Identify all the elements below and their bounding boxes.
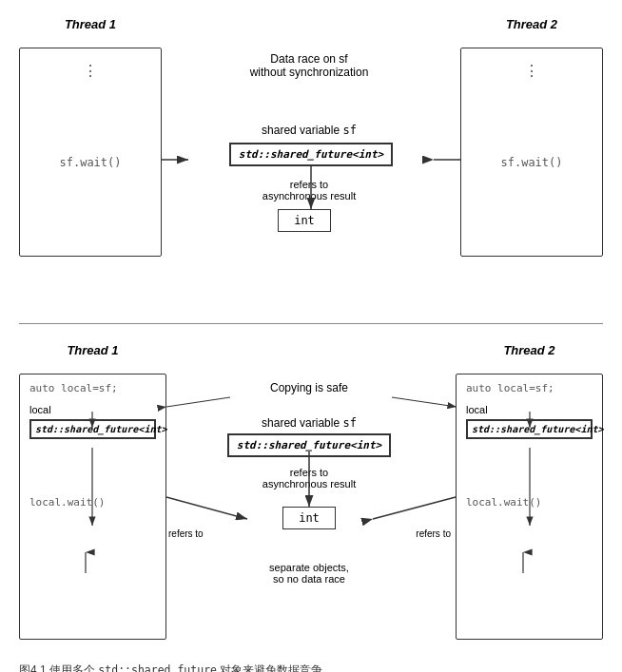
top-thread2-title: Thread 2 bbox=[506, 17, 557, 31]
bot-separate-label: separate objects, bbox=[185, 562, 433, 573]
bot-thread1-title: Thread 1 bbox=[67, 343, 118, 357]
caption: 图4.1 使用多个 std::shared_future 对象来避免数据竞争 bbox=[19, 662, 603, 672]
section-divider bbox=[19, 323, 603, 324]
top-int-box: int bbox=[278, 209, 331, 232]
bot-copying-safe: Copying is safe bbox=[171, 381, 447, 394]
bot-thread1-wait: local.wait() bbox=[29, 496, 156, 509]
top-shared-future-box: std::shared_future<int> bbox=[229, 143, 393, 166]
bot-shared-future-box: std::shared_future<int> bbox=[227, 433, 391, 457]
bot-thread2-wait: local.wait() bbox=[466, 496, 593, 509]
top-thread1-title: Thread 1 bbox=[65, 17, 116, 31]
top-thread2-code: sf.wait() bbox=[471, 156, 593, 169]
svg-line-8 bbox=[166, 397, 230, 407]
bot-no-race-label: so no data race bbox=[185, 573, 433, 585]
bottom-diagram: Thread 1 Thread 2 auto local=sf; local s… bbox=[19, 336, 603, 649]
top-data-race-label: Data race on sf bbox=[166, 52, 452, 66]
bot-thread1-sf-box: std::shared_future<int> bbox=[29, 419, 156, 439]
svg-line-12 bbox=[373, 497, 456, 519]
bot-thread2-sf-box: std::shared_future<int> bbox=[466, 419, 593, 439]
caption-suffix: 对象来避免数据竞争 bbox=[220, 663, 322, 672]
top-diagram: Thread 1 Thread 2 ⋮ sf.wait() ⋮ sf.wait(… bbox=[19, 10, 603, 314]
bot-int-box: int bbox=[282, 507, 336, 529]
bot-thread2-local-label: local bbox=[466, 404, 593, 415]
bot-shared-var-label: shared variable sf bbox=[171, 416, 447, 430]
top-thread1-box: ⋮ sf.wait() bbox=[19, 48, 162, 257]
bot-async-label: asynchronous result bbox=[166, 478, 452, 490]
bot-refers-label: refers to bbox=[166, 467, 452, 478]
bot-thread2-code1: auto local=sf; bbox=[466, 382, 593, 394]
bot-thread1-local-label: local bbox=[29, 404, 156, 415]
top-async-label: asynchronous result bbox=[166, 190, 452, 202]
top-thread1-code: sf.wait() bbox=[29, 156, 151, 169]
bot-refers-to2: refers to bbox=[416, 528, 451, 539]
bot-thread1-code1: auto local=sf; bbox=[29, 382, 156, 394]
bot-thread2-box: auto local=sf; local std::shared_future<… bbox=[456, 374, 603, 640]
bot-thread1-box: auto local=sf; local std::shared_future<… bbox=[19, 374, 166, 640]
top-refers-label: refers to bbox=[166, 179, 452, 190]
top-no-sync-label: without synchronization bbox=[166, 66, 452, 79]
svg-line-11 bbox=[166, 497, 247, 519]
svg-line-9 bbox=[392, 397, 457, 407]
top-thread2-dots: ⋮ bbox=[471, 62, 593, 80]
bot-thread2-title: Thread 2 bbox=[503, 343, 554, 357]
caption-code: std::shared_future bbox=[98, 663, 217, 672]
top-thread1-dots: ⋮ bbox=[29, 62, 151, 80]
bot-refers-to1: refers to bbox=[168, 528, 204, 539]
caption-prefix: 图4.1 使用多个 bbox=[19, 663, 95, 672]
top-shared-var-label: shared variable sf bbox=[166, 124, 452, 137]
top-thread2-box: ⋮ sf.wait() bbox=[460, 48, 603, 257]
